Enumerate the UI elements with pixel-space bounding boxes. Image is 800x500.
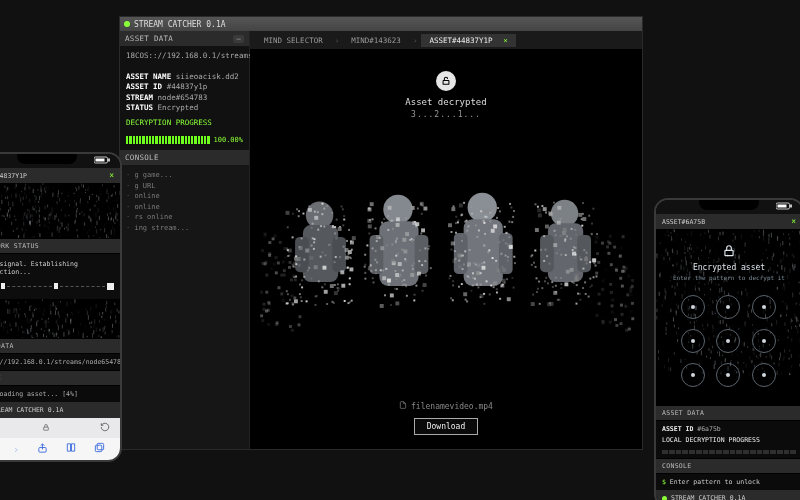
svg-rect-460 <box>314 211 316 213</box>
pattern-node[interactable] <box>716 363 740 387</box>
chevron-right-icon: › <box>335 36 340 45</box>
asset-meta: ASSET NAME siieoacisk.dd2 ASSET ID #4483… <box>120 67 249 134</box>
svg-rect-84 <box>536 291 538 293</box>
pattern-node[interactable] <box>681 363 705 387</box>
svg-rect-387 <box>391 259 395 263</box>
panel-expand-icon[interactable]: — <box>233 35 244 43</box>
refresh-icon[interactable] <box>100 422 110 434</box>
svg-rect-157 <box>372 277 374 279</box>
svg-rect-341 <box>557 221 561 225</box>
phone-right: ASSET#6A75B × Encrypted asset Enter the … <box>654 198 800 500</box>
svg-rect-408 <box>458 286 460 288</box>
pattern-node[interactable] <box>752 295 776 319</box>
svg-rect-442 <box>323 226 325 228</box>
svg-rect-722 <box>66 213 67 218</box>
pattern-lock[interactable] <box>681 295 777 387</box>
svg-rect-655 <box>268 252 271 255</box>
svg-rect-611 <box>282 260 285 263</box>
svg-rect-601 <box>298 264 301 267</box>
svg-rect-1232 <box>42 300 43 302</box>
svg-rect-437 <box>368 266 370 268</box>
svg-rect-1095 <box>37 320 38 322</box>
svg-rect-888 <box>39 224 40 226</box>
svg-rect-789 <box>114 228 115 232</box>
svg-rect-1363 <box>96 445 102 451</box>
svg-rect-490 <box>346 240 348 242</box>
breadcrumb-mind-id[interactable]: MIND#143623 <box>343 34 409 47</box>
svg-rect-19 <box>308 205 310 207</box>
pattern-node[interactable] <box>752 363 776 387</box>
svg-rect-1060 <box>41 329 42 331</box>
svg-rect-34 <box>289 299 291 301</box>
svg-rect-1053 <box>65 222 66 223</box>
svg-rect-679 <box>39 219 40 223</box>
svg-rect-331 <box>555 285 557 287</box>
tabs-icon[interactable] <box>94 442 105 456</box>
svg-rect-128 <box>323 208 325 210</box>
svg-rect-405 <box>496 292 498 294</box>
svg-rect-1001 <box>68 191 69 193</box>
svg-rect-1144 <box>56 321 57 324</box>
download-button[interactable]: Download <box>414 418 479 435</box>
pattern-node[interactable] <box>681 329 705 353</box>
pattern-node[interactable] <box>681 295 705 319</box>
pattern-node[interactable] <box>716 295 740 319</box>
svg-rect-401 <box>331 301 333 303</box>
svg-rect-193 <box>345 248 349 252</box>
svg-rect-884 <box>44 188 45 191</box>
svg-rect-425 <box>483 210 487 214</box>
breadcrumb-mind-selector[interactable]: MIND SELECTOR <box>256 34 331 47</box>
svg-rect-1281 <box>52 332 53 335</box>
svg-rect-180 <box>563 228 567 232</box>
svg-rect-535 <box>286 211 290 215</box>
book-icon[interactable] <box>65 442 77 456</box>
svg-rect-507 <box>286 248 288 250</box>
svg-rect-957 <box>16 184 17 187</box>
svg-rect-498 <box>508 236 510 238</box>
svg-rect-76 <box>552 286 554 288</box>
svg-rect-647 <box>260 291 263 294</box>
pattern-node[interactable] <box>716 329 740 353</box>
close-icon[interactable]: × <box>791 217 796 226</box>
svg-rect-131 <box>344 300 346 302</box>
close-icon[interactable]: × <box>109 171 114 180</box>
svg-rect-274 <box>336 219 338 221</box>
svg-rect-91 <box>375 272 377 274</box>
svg-rect-758 <box>117 219 118 221</box>
svg-rect-27 <box>502 239 504 241</box>
svg-rect-740 <box>19 194 20 198</box>
asset-data-header: ASSET DATA <box>656 405 800 421</box>
svg-rect-126 <box>424 260 426 262</box>
svg-rect-347 <box>451 241 455 245</box>
breadcrumb-asset-id[interactable]: ASSET#44837Y1P × <box>421 34 515 47</box>
phone-titlebar: SET#44837Y1P × <box>0 168 120 183</box>
svg-rect-1083 <box>43 314 44 316</box>
svg-rect-652 <box>620 247 623 250</box>
svg-rect-1345 <box>82 337 83 338</box>
close-icon[interactable]: × <box>503 36 508 45</box>
safari-address-bar[interactable]: AA <box>0 418 120 438</box>
svg-rect-297 <box>340 270 344 274</box>
svg-rect-927 <box>61 193 62 194</box>
svg-rect-429 <box>342 208 344 210</box>
svg-rect-1101 <box>24 313 25 315</box>
svg-rect-325 <box>341 206 343 208</box>
forward-icon[interactable]: › <box>13 443 20 456</box>
svg-rect-409 <box>364 278 366 280</box>
svg-rect-1249 <box>89 322 90 324</box>
svg-rect-264 <box>387 215 389 217</box>
svg-rect-799 <box>59 228 60 232</box>
svg-rect-904 <box>5 218 6 220</box>
svg-rect-394 <box>422 205 424 207</box>
svg-rect-641 <box>283 247 286 250</box>
window-titlebar[interactable]: STREAM CATCHER 0.1A <box>120 17 642 31</box>
share-icon[interactable] <box>37 442 48 457</box>
svg-rect-658 <box>96 159 105 162</box>
svg-rect-527 <box>375 250 377 252</box>
svg-rect-846 <box>38 201 39 203</box>
svg-rect-570 <box>609 321 612 324</box>
pattern-node[interactable] <box>752 329 776 353</box>
svg-rect-230 <box>579 299 581 301</box>
svg-rect-530 <box>299 293 301 295</box>
svg-rect-554 <box>622 235 625 238</box>
